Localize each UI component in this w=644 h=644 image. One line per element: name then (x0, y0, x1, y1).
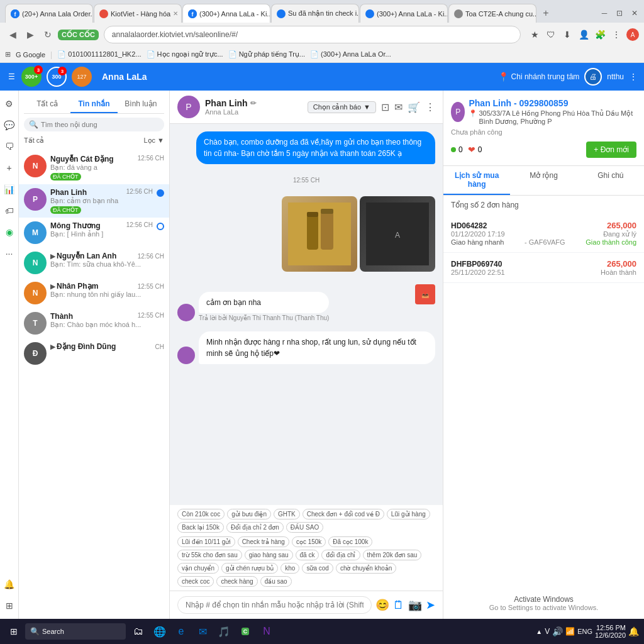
list-item[interactable]: N Nguyễn Cát Đặng 12:56 CH Bạn: đá vàng … (19, 151, 169, 184)
shield-icon[interactable]: 🛡 (545, 28, 557, 41)
refresh-button[interactable]: ↻ (40, 27, 55, 42)
quick-tag[interactable]: gửi bưu điện (227, 509, 271, 519)
taskbar-search[interactable]: 🔍 Search (25, 623, 126, 640)
address-bar[interactable]: annalalaorder.kiotviet.vn/saleonline/#/ (104, 26, 521, 43)
quick-tag[interactable]: giao hàng sau (245, 550, 293, 560)
tray-icon-2[interactable]: 🔊 (552, 626, 563, 636)
filter-sort[interactable]: Lọc ▼ (143, 136, 164, 145)
quick-tag[interactable]: chờ chuyển khoản (336, 563, 397, 574)
minimize-button[interactable]: ─ (597, 6, 611, 20)
chat-cart-icon[interactable]: 🛒 (408, 101, 420, 113)
taskbar-item-coccoc[interactable]: C (235, 621, 255, 641)
quick-tag[interactable]: Lũi đến 10/11 gửi (177, 536, 235, 547)
menu-icon[interactable]: ☰ (6, 72, 16, 82)
username[interactable]: ntthu (607, 72, 624, 81)
taskbar-item-browser[interactable]: 🌐 (150, 621, 170, 641)
user-menu-icon[interactable]: ⋮ (629, 72, 638, 82)
tab-messages[interactable]: Tin nhắn (70, 96, 117, 113)
chat-input[interactable] (177, 596, 372, 614)
quick-tag[interactable]: GHTK (274, 509, 300, 519)
taskbar-item-onenote[interactable]: N (257, 621, 277, 641)
windows-activate-notice[interactable]: Activate Windows Go to Settings to activ… (443, 587, 644, 619)
browser-tab-4[interactable]: Su đã nhận tin check i... ✕ (271, 4, 359, 23)
sidebar-tag-icon[interactable]: 🏷 (1, 203, 18, 219)
quick-tag[interactable]: ĐẦU SAO (286, 522, 323, 533)
download-icon[interactable]: ⬇ (561, 28, 574, 41)
emoji-icon[interactable]: 😊 (375, 598, 389, 612)
taskbar-item-mail[interactable]: ✉ (192, 621, 213, 641)
nav-circle-300[interactable]: 300+ 3 (21, 67, 42, 87)
tab-expand[interactable]: Mở rộng (510, 166, 577, 195)
new-tab-button[interactable]: + (537, 4, 555, 22)
restore-button[interactable]: ⊡ (613, 6, 626, 20)
taskbar-item-view[interactable]: 🗂 (128, 621, 148, 641)
tray-arrow[interactable]: ▲ (536, 628, 542, 635)
back-button[interactable]: ◀ (5, 27, 20, 42)
sidebar-chat-icon[interactable]: 🗨 (1, 138, 18, 155)
quick-tag[interactable]: Lũi gửi hàng (387, 509, 430, 519)
sidebar-settings-icon[interactable]: ⚙ (1, 96, 18, 112)
quick-tag[interactable]: đã ck (296, 550, 319, 560)
sidebar-plus-icon[interactable]: + (1, 160, 18, 176)
list-item[interactable]: P Phan Linh 12:56 CH Bạn: cảm ơn bạn nha… (19, 184, 169, 218)
browser-tab-3[interactable]: f (300+) Anna LaLa - Ki... ✕ (182, 4, 270, 23)
bookmark-google[interactable]: G Google (16, 51, 45, 58)
sidebar-more-icon[interactable]: ··· (1, 245, 18, 262)
tab-notes[interactable]: Ghi chú (577, 166, 644, 195)
nav-circle-127[interactable]: 127 (72, 67, 92, 87)
list-item[interactable]: N ▶ Nguyễn Lan Anh 12:56 CH Bạn: Tìm: s (19, 248, 169, 278)
print-icon[interactable]: 🖨 (584, 68, 602, 86)
extension-icon[interactable]: 🧩 (594, 28, 606, 41)
quick-tag[interactable]: Check trả hàng (238, 536, 289, 547)
window-icon[interactable]: ⊡ (381, 101, 389, 113)
source-selector[interactable]: Chọn cảnh báo ▼ (308, 101, 376, 113)
tab-close-2[interactable]: ✕ (173, 10, 178, 17)
quick-tag[interactable]: cọc 150k (292, 536, 326, 547)
browser-tab-6[interactable]: Toa CT2E-A chung cu... ✕ (448, 4, 536, 23)
quick-tag[interactable]: sữa cod (302, 563, 333, 574)
taskbar-item-media[interactable]: 🎵 (214, 621, 234, 641)
chat-mail-icon[interactable]: ✉ (394, 101, 402, 113)
browser-tab-5[interactable]: (300+) Anna LaLa - Ki... ✕ (360, 4, 448, 23)
sidebar-spotify-icon[interactable]: ◉ (1, 224, 18, 240)
list-item[interactable]: N ▶ Nhân Phạm 12:55 CH Bạn: nhung tôn n (19, 278, 169, 308)
chat-more-icon[interactable]: ⋮ (425, 101, 435, 113)
close-button[interactable]: ✕ (628, 6, 641, 20)
branch-selector[interactable]: 📍 Chi nhánh trung tâm (498, 72, 580, 82)
sidebar-bell-icon[interactable]: 🔔 (1, 576, 18, 592)
list-item[interactable]: Đ ▶ Đặng Đình Dũng CH (19, 338, 169, 369)
sticker-icon[interactable]: 🗒 (393, 599, 404, 612)
settings-icon[interactable]: ⋮ (610, 28, 623, 41)
forward-button[interactable]: ▶ (23, 27, 38, 42)
quick-tag[interactable]: trừ 55k cho đơn sau (177, 550, 242, 560)
taskbar-item-edge[interactable]: e (171, 621, 191, 641)
bookmark-4[interactable]: 📄 (300+) Anna LaLa Or... (310, 50, 391, 58)
notification-icon[interactable]: 🔔 (628, 626, 639, 636)
quick-tag[interactable]: Đổi địa chỉ 2 đơn (226, 522, 284, 533)
chat-search-input[interactable] (41, 121, 159, 128)
bookmark-1[interactable]: 📄 0101001112801_HK2... (57, 50, 141, 58)
filter-label[interactable]: Tất cả (24, 136, 44, 145)
quick-tag[interactable]: vận chuyển (177, 563, 219, 574)
sidebar-message-icon[interactable]: 💬 (1, 117, 18, 133)
user-avatar[interactable]: A (626, 28, 639, 41)
add-order-button[interactable]: + Đơn mới (586, 142, 636, 158)
browser-tab-1[interactable]: f (20+) Anna Lala Order... ✕ (5, 4, 93, 23)
profile-icon[interactable]: 👤 (577, 28, 590, 41)
bookmark-star-icon[interactable]: ★ (528, 28, 541, 41)
quick-tag[interactable]: kho (280, 563, 299, 574)
list-item[interactable]: T Thành 12:55 CH Bạn: Chào bạn móc khoá … (19, 308, 169, 338)
quick-tag[interactable]: đầu sao (260, 576, 292, 587)
browser-tab-2[interactable]: KiotViet - Hàng hóa ✕ (94, 4, 182, 23)
quick-tag[interactable]: Đã cọc 100k (328, 536, 372, 547)
quick-tag[interactable]: đổi địa chỉ (321, 550, 360, 560)
sidebar-grid-icon[interactable]: ⊞ (1, 597, 18, 614)
quick-tag[interactable]: Back lại 150k (177, 522, 224, 533)
send-icon[interactable]: ➤ (426, 598, 435, 612)
start-button[interactable]: ⊞ (3, 620, 25, 643)
tray-icon-1[interactable]: V (545, 627, 550, 636)
tray-icon-3[interactable]: 📶 (565, 627, 575, 636)
quick-tag[interactable]: Còn 210k coc (177, 509, 225, 519)
quick-tag[interactable]: check coc (177, 576, 214, 587)
tab-all[interactable]: Tất cả (24, 96, 70, 113)
